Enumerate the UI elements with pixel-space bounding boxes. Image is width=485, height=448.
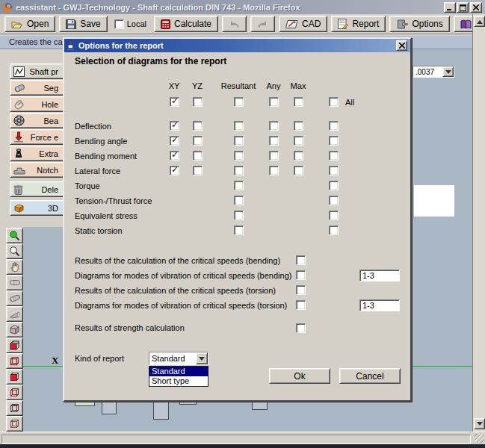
option-3-checkbox[interactable] <box>296 300 306 310</box>
column-max-checkbox[interactable] <box>294 97 303 107</box>
view-tool-zoom-green[interactable] <box>6 228 23 243</box>
modes-range-field[interactable]: 1-3 <box>359 270 400 281</box>
view-tool-zoom[interactable] <box>6 243 23 259</box>
row-3-max-checkbox[interactable] <box>294 166 303 175</box>
row-3-all-checkbox[interactable] <box>329 166 339 175</box>
dialog-title-bar[interactable]: Options for the report <box>64 39 410 52</box>
ok-button[interactable]: Ok <box>269 368 330 384</box>
resize-grip[interactable] <box>475 434 484 443</box>
row-0-xy-checkbox[interactable] <box>170 121 179 131</box>
row-4-resultant-checkbox[interactable] <box>234 181 244 190</box>
option-1-checkbox[interactable] <box>296 270 306 280</box>
row-7-resultant-checkbox[interactable] <box>234 225 244 235</box>
row-1-xy-checkbox[interactable] <box>170 136 179 146</box>
status-bar-field <box>1 435 471 444</box>
row-0-yz-checkbox[interactable] <box>193 121 203 131</box>
minimize-button[interactable] <box>444 2 456 13</box>
row-6-all-checkbox[interactable] <box>329 211 339 220</box>
option-0-checkbox[interactable] <box>296 255 306 265</box>
view-tool-cube-wire-red[interactable] <box>6 353 23 369</box>
row-4-all-checkbox[interactable] <box>329 181 339 190</box>
close-button[interactable] <box>470 2 482 13</box>
option-2-checkbox[interactable] <box>296 285 306 295</box>
vertical-scrollbar[interactable] <box>472 14 485 432</box>
dialog-close-icon[interactable] <box>396 40 407 51</box>
row-1-any-checkbox[interactable] <box>269 136 279 146</box>
diagram-row-label: Equivalent stress <box>75 211 138 220</box>
chart-icon <box>13 66 25 77</box>
row-0-any-checkbox[interactable] <box>269 121 279 131</box>
cube-wire2-icon <box>9 418 20 429</box>
row-2-all-checkbox[interactable] <box>329 151 339 161</box>
column-yz-checkbox[interactable] <box>193 97 203 107</box>
row-2-xy-checkbox[interactable] <box>170 151 179 161</box>
row-2-any-checkbox[interactable] <box>269 151 279 161</box>
row-3-yz-checkbox[interactable] <box>193 166 203 175</box>
row-2-max-checkbox[interactable] <box>294 151 303 161</box>
cancel-button[interactable]: Cancel <box>339 368 401 384</box>
view-tool-cube-wire-redbold[interactable] <box>6 369 23 385</box>
kind-of-report-arrow[interactable] <box>196 352 208 364</box>
view-tool-cone[interactable] <box>6 306 23 322</box>
row-1-resultant-checkbox[interactable] <box>234 136 244 146</box>
cube-wire-icon <box>9 387 20 398</box>
row-0-resultant-checkbox[interactable] <box>234 121 244 131</box>
cad-button[interactable]: CAD <box>279 16 327 32</box>
view-tool-cube-solid[interactable] <box>6 322 23 337</box>
column-xy-checkbox[interactable] <box>170 97 179 107</box>
column-any-checkbox[interactable] <box>269 97 279 107</box>
report-icon <box>338 19 348 29</box>
shaft-segment <box>153 401 169 420</box>
row-3-any-checkbox[interactable] <box>269 166 279 175</box>
view-tool-cube-wire[interactable] <box>6 385 23 400</box>
row-5-resultant-checkbox[interactable] <box>234 196 244 205</box>
open-button[interactable]: Open <box>4 16 55 32</box>
cube-wire-redbold-icon <box>9 371 20 382</box>
diagram-row-label: Static torsion <box>75 226 123 235</box>
scroll-down-button[interactable] <box>474 418 485 429</box>
section-select[interactable]: .0037 <box>413 66 454 78</box>
shaft-segment <box>75 401 95 406</box>
view-tool-cube-wire-redtop[interactable] <box>6 400 23 416</box>
scroll-up-button[interactable] <box>474 16 485 27</box>
save-button[interactable]: Save <box>59 16 107 32</box>
column-resultant-checkbox[interactable] <box>234 97 244 107</box>
undo-button[interactable] <box>222 16 247 32</box>
row-0-max-checkbox[interactable] <box>294 121 303 131</box>
row-6-resultant-checkbox[interactable] <box>234 211 244 220</box>
calculate-button[interactable]: Calculate <box>154 16 218 32</box>
column-header-yz: YZ <box>192 81 203 90</box>
report-button[interactable]: Report <box>331 16 386 32</box>
view-tool-hand[interactable] <box>6 259 23 275</box>
column-all-checkbox[interactable] <box>329 97 339 107</box>
redo-button[interactable] <box>250 16 275 32</box>
row-1-max-checkbox[interactable] <box>294 136 303 146</box>
redo-icon <box>257 20 268 28</box>
window-title-bar[interactable]: eassistant - GWJ-Technology - Shaft calc… <box>0 0 485 14</box>
row-0-all-checkbox[interactable] <box>329 121 339 131</box>
save-icon <box>66 19 76 29</box>
row-2-resultant-checkbox[interactable] <box>234 151 244 161</box>
cone-icon <box>9 310 21 319</box>
modes-range-field[interactable]: 1-3 <box>359 299 400 311</box>
local-checkbox[interactable] <box>114 19 124 29</box>
kind-of-report-select[interactable]: Standard <box>149 352 208 365</box>
section-select-arrow[interactable] <box>442 66 454 77</box>
dropdown-item-standard[interactable]: Standard <box>149 367 208 376</box>
row-5-all-checkbox[interactable] <box>329 196 339 205</box>
dropdown-item-short-type[interactable]: Short type <box>149 376 208 386</box>
row-1-yz-checkbox[interactable] <box>193 136 203 146</box>
row-7-all-checkbox[interactable] <box>329 225 339 235</box>
view-tool-cube-wire2[interactable] <box>6 416 23 432</box>
view-tool-cube-redface[interactable] <box>6 337 23 353</box>
strength-checkbox[interactable] <box>296 323 306 333</box>
undo-icon <box>229 20 240 28</box>
view-tool-cylinder-tilt[interactable] <box>6 290 23 306</box>
row-3-xy-checkbox[interactable] <box>170 166 179 175</box>
row-2-yz-checkbox[interactable] <box>193 151 203 161</box>
maximize-button[interactable] <box>457 2 469 13</box>
options-button[interactable]: Options <box>389 16 449 32</box>
row-1-all-checkbox[interactable] <box>329 136 339 146</box>
view-tool-cylinder-flat[interactable] <box>6 275 23 290</box>
row-3-resultant-checkbox[interactable] <box>234 166 244 175</box>
